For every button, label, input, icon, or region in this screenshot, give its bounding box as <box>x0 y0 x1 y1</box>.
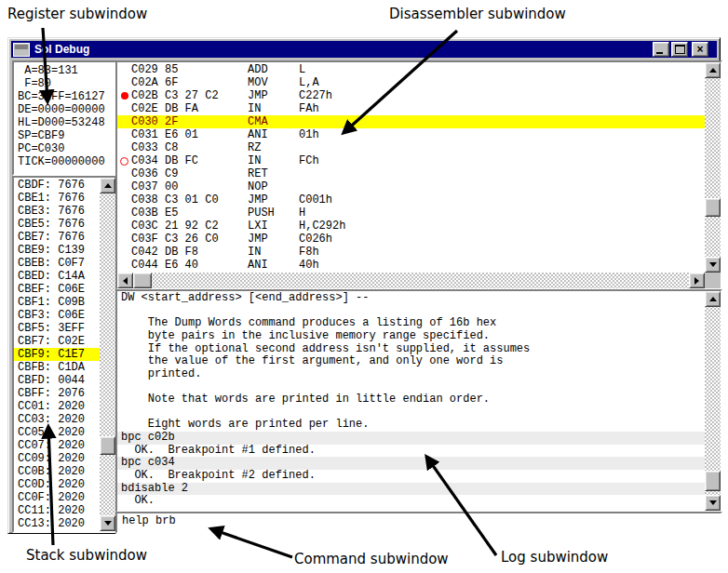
register-line: PC=C030 <box>18 142 115 155</box>
breakpoint-gutter[interactable] <box>117 141 131 154</box>
stack-scrollbar[interactable] <box>100 178 115 531</box>
disassembler-vscrollbar[interactable] <box>705 62 721 273</box>
disasm-mnemonic: ANI <box>248 128 299 141</box>
title-bar[interactable]: Sol Debug × <box>11 41 717 58</box>
log-line: OK. Breakpoint #2 defined. <box>117 470 705 483</box>
log-line: OK. Breakpoint #1 defined. <box>117 445 705 458</box>
disasm-row: C044 E6 40ANI40h <box>117 259 705 272</box>
breakpoint-gutter[interactable] <box>117 102 131 115</box>
disasm-row: C03F C3 26 C0JMPC026h <box>117 233 705 246</box>
disasm-row: C038 C3 01 C0JMPC001h <box>117 193 705 207</box>
arrow-right-icon <box>694 277 699 285</box>
breakpoint-gutter[interactable] <box>117 128 131 141</box>
log-line: the value of the first argument, and onl… <box>117 355 705 368</box>
log-line: DW <start_address> [<end_address>] -- <box>117 292 705 305</box>
disasm-address-bytes: C037 00 <box>131 180 248 193</box>
log-line: bpc c034 <box>117 457 705 470</box>
log-line: bdisable 2 <box>117 483 705 496</box>
disasm-mnemonic: NOP <box>248 180 299 193</box>
scrollbar-thumb[interactable] <box>100 436 115 455</box>
breakpoint-gutter[interactable] <box>117 246 131 259</box>
scroll-left-button[interactable] <box>117 273 133 288</box>
disasm-operand: FAh <box>299 102 705 115</box>
disasm-mnemonic: ADD <box>248 63 299 76</box>
stack-row: CBF9: C1E7 <box>14 348 100 361</box>
scrollbar-thumb[interactable] <box>705 471 721 491</box>
scroll-down-button[interactable] <box>705 257 721 273</box>
annotation-log-subwindow: Log subwindow <box>501 549 608 566</box>
disasm-operand <box>299 141 705 154</box>
disasm-operand <box>299 167 705 180</box>
stack-row: CBED: C14A <box>14 270 100 283</box>
scrollbar-thumb[interactable] <box>705 198 721 217</box>
disasm-operand: L <box>299 63 705 76</box>
scroll-down-button[interactable] <box>705 495 721 511</box>
breakpoint-gutter[interactable] <box>117 115 131 128</box>
breakpoint-gutter[interactable] <box>117 154 131 167</box>
log-line <box>117 406 705 420</box>
disasm-operand: 01h <box>299 128 705 141</box>
disasm-mnemonic: JMP <box>248 193 299 207</box>
minimize-button[interactable] <box>653 42 669 57</box>
disasm-operand: C227h <box>299 89 705 102</box>
breakpoint-gutter[interactable] <box>117 89 131 102</box>
disasm-mnemonic: IN <box>248 154 299 167</box>
arrow-left-icon <box>123 277 128 285</box>
breakpoint-gutter[interactable] <box>117 193 131 207</box>
command-input[interactable]: help brb <box>117 513 721 532</box>
log-line: The Dump Words command produces a listin… <box>117 317 705 330</box>
disasm-mnemonic: ANI <box>248 259 299 272</box>
window-title: Sol Debug <box>34 43 89 56</box>
scroll-down-button[interactable] <box>100 515 115 531</box>
minimize-icon <box>656 52 663 54</box>
annotation-stack-subwindow: Stack subwindow <box>26 547 147 564</box>
breakpoint-gutter[interactable] <box>117 167 131 180</box>
maximize-button[interactable] <box>671 42 688 57</box>
breakpoint-gutter[interactable] <box>117 233 131 246</box>
disasm-mnemonic: JMP <box>248 233 299 246</box>
scrollbar-thumb[interactable] <box>133 273 152 288</box>
stack-row: CC07: 2020 <box>14 439 100 452</box>
disassembler-hscrollbar[interactable] <box>117 273 705 288</box>
log-line: Eight words are printed per line. <box>117 419 705 432</box>
breakpoint-gutter[interactable] <box>117 207 131 220</box>
app-icon[interactable] <box>13 43 30 57</box>
breakpoint-gutter[interactable] <box>117 259 131 272</box>
disasm-address-bytes: C029 85 <box>131 63 248 76</box>
arrow-up-icon <box>709 68 717 73</box>
disasm-operand <box>299 180 705 193</box>
close-button[interactable]: × <box>692 42 708 57</box>
stack-row: CBF5: 3EFF <box>14 322 100 335</box>
breakpoint-gutter[interactable] <box>117 220 131 233</box>
log-line: If the optional second address isn't sup… <box>117 343 705 356</box>
register-line: A=83=131 <box>18 64 115 77</box>
breakpoint-gutter[interactable] <box>117 76 131 89</box>
log-line: Note that words are printed in little en… <box>117 393 705 406</box>
scroll-up-button[interactable] <box>705 62 721 78</box>
scroll-up-button[interactable] <box>705 291 721 307</box>
log-subwindow: DW <start_address> [<end_address>] -- Th… <box>115 289 722 513</box>
disasm-address-bytes: C033 C8 <box>131 141 248 154</box>
disassembler-subwindow: C029 85ADDLC02A 6FMOVL,AC02B C3 27 C2JMP… <box>115 60 722 290</box>
stack-row: CBF1: C09B <box>14 296 100 309</box>
log-scrollbar[interactable] <box>705 291 721 511</box>
stack-row: CBF3: C06E <box>14 309 100 322</box>
disasm-row: C02E DB FAINFAh <box>117 102 705 115</box>
disasm-row: C036 C9RET <box>117 167 705 180</box>
annotation-register-subwindow: Register subwindow <box>7 6 147 22</box>
stack-row: CC03: 2020 <box>14 413 100 426</box>
arrow-up-icon <box>709 297 717 301</box>
disasm-mnemonic: RET <box>248 167 299 180</box>
breakpoint-gutter[interactable] <box>117 180 131 193</box>
scroll-right-button[interactable] <box>689 273 705 288</box>
breakpoint-gutter[interactable] <box>117 63 131 76</box>
arrow-down-icon <box>709 500 717 505</box>
disasm-operand: H,C292h <box>299 220 705 233</box>
disasm-operand: F8h <box>299 246 705 259</box>
disasm-row: C037 00NOP <box>117 180 705 193</box>
stack-row: CBF7: C02E <box>14 335 100 348</box>
stack-row: CBE1: 7676 <box>14 192 100 205</box>
stack-row: CC0F: 2020 <box>14 491 100 504</box>
scroll-up-button[interactable] <box>100 178 115 193</box>
disasm-operand: C026h <box>299 233 705 246</box>
